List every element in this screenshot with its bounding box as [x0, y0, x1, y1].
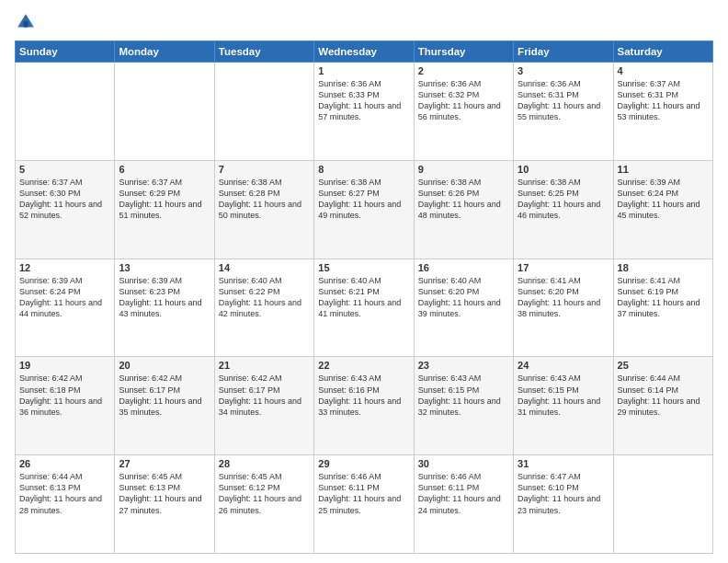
day-cell: 16Sunrise: 6:40 AMSunset: 6:20 PMDayligh…	[414, 259, 513, 357]
day-info: Sunrise: 6:36 AMSunset: 6:31 PMDaylight:…	[518, 78, 609, 123]
day-cell: 8Sunrise: 6:38 AMSunset: 6:27 PMDaylight…	[314, 160, 414, 259]
day-number: 31	[518, 458, 609, 469]
day-cell: 21Sunrise: 6:42 AMSunset: 6:17 PMDayligh…	[214, 357, 313, 455]
day-info: Sunrise: 6:43 AMSunset: 6:15 PMDaylight:…	[518, 373, 609, 418]
day-cell: 12Sunrise: 6:39 AMSunset: 6:24 PMDayligh…	[16, 259, 115, 357]
day-info: Sunrise: 6:47 AMSunset: 6:10 PMDaylight:…	[518, 471, 609, 516]
day-number: 12	[19, 262, 110, 273]
calendar-table: SundayMondayTuesdayWednesdayThursdayFrid…	[15, 40, 713, 554]
day-info: Sunrise: 6:38 AMSunset: 6:28 PMDaylight:…	[219, 177, 310, 222]
day-info: Sunrise: 6:38 AMSunset: 6:27 PMDaylight:…	[318, 177, 409, 222]
day-number: 13	[119, 262, 210, 273]
day-info: Sunrise: 6:39 AMSunset: 6:24 PMDaylight:…	[19, 275, 110, 320]
day-number: 15	[318, 262, 409, 273]
day-cell: 14Sunrise: 6:40 AMSunset: 6:22 PMDayligh…	[214, 259, 313, 357]
day-info: Sunrise: 6:43 AMSunset: 6:16 PMDaylight:…	[318, 373, 409, 418]
day-info: Sunrise: 6:42 AMSunset: 6:17 PMDaylight:…	[219, 373, 310, 418]
day-info: Sunrise: 6:37 AMSunset: 6:31 PMDaylight:…	[618, 78, 709, 123]
day-cell: 22Sunrise: 6:43 AMSunset: 6:16 PMDayligh…	[314, 357, 414, 455]
day-info: Sunrise: 6:46 AMSunset: 6:11 PMDaylight:…	[318, 471, 409, 516]
day-number: 20	[119, 360, 210, 371]
day-cell: 10Sunrise: 6:38 AMSunset: 6:25 PMDayligh…	[514, 160, 613, 259]
day-number: 22	[318, 360, 409, 371]
day-number: 2	[418, 65, 509, 76]
col-header-wednesday: Wednesday	[314, 41, 414, 63]
day-cell: 15Sunrise: 6:40 AMSunset: 6:21 PMDayligh…	[314, 259, 414, 357]
day-cell: 3Sunrise: 6:36 AMSunset: 6:31 PMDaylight…	[514, 63, 613, 161]
day-number: 24	[518, 360, 609, 371]
col-header-thursday: Thursday	[414, 41, 513, 63]
day-info: Sunrise: 6:42 AMSunset: 6:17 PMDaylight:…	[119, 373, 210, 418]
day-info: Sunrise: 6:43 AMSunset: 6:15 PMDaylight:…	[418, 373, 509, 418]
col-header-friday: Friday	[514, 41, 613, 63]
week-row-4: 26Sunrise: 6:44 AMSunset: 6:13 PMDayligh…	[16, 455, 713, 554]
week-row-2: 12Sunrise: 6:39 AMSunset: 6:24 PMDayligh…	[16, 259, 713, 357]
day-cell: 23Sunrise: 6:43 AMSunset: 6:15 PMDayligh…	[414, 357, 513, 455]
header	[15, 11, 713, 33]
day-number: 8	[318, 164, 409, 175]
day-number: 7	[219, 164, 310, 175]
week-row-1: 5Sunrise: 6:37 AMSunset: 6:30 PMDaylight…	[16, 160, 713, 259]
day-cell: 11Sunrise: 6:39 AMSunset: 6:24 PMDayligh…	[613, 160, 712, 259]
day-number: 19	[19, 360, 110, 371]
day-number: 30	[418, 458, 509, 469]
day-number: 21	[219, 360, 310, 371]
day-cell: 28Sunrise: 6:45 AMSunset: 6:12 PMDayligh…	[214, 455, 313, 554]
week-row-0: 1Sunrise: 6:36 AMSunset: 6:33 PMDaylight…	[16, 63, 713, 161]
day-cell: 30Sunrise: 6:46 AMSunset: 6:11 PMDayligh…	[414, 455, 513, 554]
day-info: Sunrise: 6:42 AMSunset: 6:18 PMDaylight:…	[19, 373, 110, 418]
day-cell: 4Sunrise: 6:37 AMSunset: 6:31 PMDaylight…	[613, 63, 712, 161]
day-number: 5	[19, 164, 110, 175]
logo	[15, 11, 40, 33]
day-cell	[214, 63, 313, 161]
day-info: Sunrise: 6:44 AMSunset: 6:14 PMDaylight:…	[618, 373, 709, 418]
day-number: 6	[119, 164, 210, 175]
day-cell: 13Sunrise: 6:39 AMSunset: 6:23 PMDayligh…	[115, 259, 214, 357]
col-header-monday: Monday	[115, 41, 214, 63]
day-cell: 29Sunrise: 6:46 AMSunset: 6:11 PMDayligh…	[314, 455, 414, 554]
day-number: 29	[318, 458, 409, 469]
col-header-tuesday: Tuesday	[214, 41, 313, 63]
day-cell: 6Sunrise: 6:37 AMSunset: 6:29 PMDaylight…	[115, 160, 214, 259]
day-number: 28	[219, 458, 310, 469]
day-cell	[16, 63, 115, 161]
day-info: Sunrise: 6:45 AMSunset: 6:13 PMDaylight:…	[119, 471, 210, 516]
day-info: Sunrise: 6:44 AMSunset: 6:13 PMDaylight:…	[19, 471, 110, 516]
day-cell: 2Sunrise: 6:36 AMSunset: 6:32 PMDaylight…	[414, 63, 513, 161]
col-header-sunday: Sunday	[16, 41, 115, 63]
col-header-saturday: Saturday	[613, 41, 712, 63]
day-info: Sunrise: 6:40 AMSunset: 6:20 PMDaylight:…	[418, 275, 509, 320]
day-info: Sunrise: 6:39 AMSunset: 6:23 PMDaylight:…	[119, 275, 210, 320]
day-number: 9	[418, 164, 509, 175]
header-row: SundayMondayTuesdayWednesdayThursdayFrid…	[16, 41, 713, 63]
day-cell: 1Sunrise: 6:36 AMSunset: 6:33 PMDaylight…	[314, 63, 414, 161]
day-cell: 27Sunrise: 6:45 AMSunset: 6:13 PMDayligh…	[115, 455, 214, 554]
day-info: Sunrise: 6:37 AMSunset: 6:30 PMDaylight:…	[19, 177, 110, 222]
day-info: Sunrise: 6:36 AMSunset: 6:32 PMDaylight:…	[418, 78, 509, 123]
day-number: 27	[119, 458, 210, 469]
day-cell: 25Sunrise: 6:44 AMSunset: 6:14 PMDayligh…	[613, 357, 712, 455]
day-cell: 7Sunrise: 6:38 AMSunset: 6:28 PMDaylight…	[214, 160, 313, 259]
day-cell: 9Sunrise: 6:38 AMSunset: 6:26 PMDaylight…	[414, 160, 513, 259]
page: SundayMondayTuesdayWednesdayThursdayFrid…	[0, 0, 728, 563]
day-number: 25	[618, 360, 709, 371]
day-info: Sunrise: 6:41 AMSunset: 6:20 PMDaylight:…	[518, 275, 609, 320]
day-info: Sunrise: 6:46 AMSunset: 6:11 PMDaylight:…	[418, 471, 509, 516]
day-info: Sunrise: 6:36 AMSunset: 6:33 PMDaylight:…	[318, 78, 409, 123]
day-number: 4	[618, 65, 709, 76]
day-number: 14	[219, 262, 310, 273]
svg-rect-1	[24, 21, 28, 27]
day-info: Sunrise: 6:45 AMSunset: 6:12 PMDaylight:…	[219, 471, 310, 516]
day-number: 23	[418, 360, 509, 371]
day-cell: 26Sunrise: 6:44 AMSunset: 6:13 PMDayligh…	[16, 455, 115, 554]
day-info: Sunrise: 6:37 AMSunset: 6:29 PMDaylight:…	[119, 177, 210, 222]
day-number: 10	[518, 164, 609, 175]
day-info: Sunrise: 6:40 AMSunset: 6:22 PMDaylight:…	[219, 275, 310, 320]
day-cell: 20Sunrise: 6:42 AMSunset: 6:17 PMDayligh…	[115, 357, 214, 455]
logo-icon	[15, 11, 37, 33]
day-number: 3	[518, 65, 609, 76]
day-info: Sunrise: 6:41 AMSunset: 6:19 PMDaylight:…	[618, 275, 709, 320]
day-number: 18	[618, 262, 709, 273]
day-number: 1	[318, 65, 409, 76]
day-cell	[613, 455, 712, 554]
